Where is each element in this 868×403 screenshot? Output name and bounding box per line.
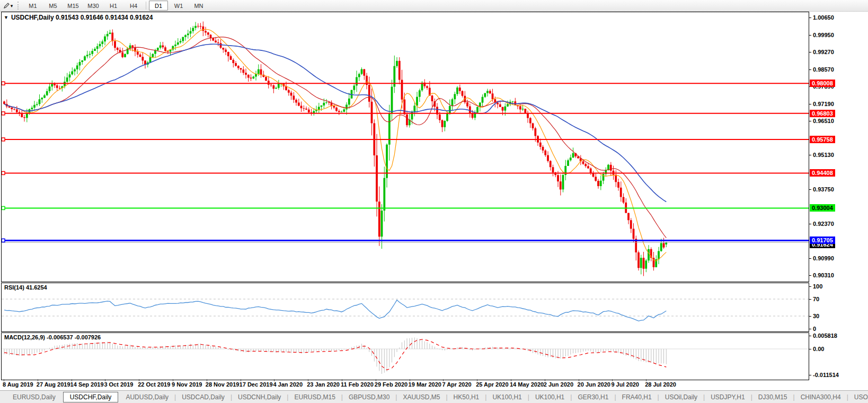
axis-tick [809, 329, 811, 329]
time-axis-date-label: 29 Feb 2020 [375, 381, 408, 388]
time-axis-date-label: 9 Nov 2019 [172, 381, 202, 388]
price-axis-tick-label: 0.92370 [813, 221, 834, 227]
macd-axis-tick-label: 0.005818 [813, 332, 837, 339]
price-axis-tick-label: 0.90990 [813, 255, 834, 261]
time-axis-date-label: 9 Jul 2020 [611, 381, 639, 388]
rsi-axis-tick-label: 30 [813, 313, 819, 319]
price-axis-tick-label: 0.97190 [813, 101, 834, 107]
axis-tick [809, 17, 811, 18]
axis-tick [809, 286, 811, 287]
axis-tick [809, 224, 811, 224]
rsi-axis-tick-label: 0 [813, 326, 816, 332]
axis-tick [809, 336, 811, 336]
time-axis-date-label: 4 Jan 2020 [273, 381, 303, 388]
axis-tick [809, 52, 811, 52]
price-axis-tick-label: 0.99270 [813, 49, 834, 55]
level-price-label: 0.93004 [810, 204, 835, 212]
level-price-label: 0.95758 [810, 136, 835, 143]
price-axis-tick-label: 0.93750 [813, 186, 834, 192]
time-axis-date-label: 17 Dec 2019 [240, 381, 273, 388]
macd-label: MACD(12,26,9) -0.006537 -0.007926 [4, 334, 101, 340]
price-axis-tick-label: 0.96510 [813, 118, 834, 124]
axis-tick [809, 349, 811, 349]
trading-platform-window: ▾ M1M5M15M30H1H4D1W1MN ▼ USDCHF,Daily 0.… [0, 0, 868, 403]
level-price-label: 0.91705 [810, 236, 835, 244]
chart-context-caret-icon[interactable]: ▼ [4, 15, 8, 20]
time-axis-date-label: 14 Sep 2019 [70, 381, 104, 388]
time-axis-date-label: 23 Jan 2020 [307, 381, 340, 388]
price-axis-tick-label: 0.95130 [813, 152, 834, 158]
axis-tick [809, 258, 811, 259]
rsi-label: RSI(14) 41.6254 [4, 284, 47, 291]
chart-title-text: USDCHF,Daily 0.91543 0.91646 0.91434 0.9… [11, 14, 153, 21]
axis-tick [809, 121, 811, 121]
time-axis-date-label: 7 Apr 2020 [442, 381, 471, 388]
axis-tick [809, 155, 811, 155]
chart-title: ▼ USDCHF,Daily 0.91543 0.91646 0.91434 0… [4, 14, 153, 21]
rsi-indicator [2, 299, 809, 321]
level-price-label: 0.98008 [810, 80, 835, 87]
time-axis-date-label: 28 Jul 2020 [645, 381, 676, 388]
candles [3, 22, 667, 276]
axis-tick [809, 69, 811, 70]
price-axis-tick-label: 0.90310 [813, 272, 834, 278]
time-axis-date-label: 2 Jun 2020 [544, 381, 573, 388]
time-axis-date-label: 14 May 2020 [510, 381, 544, 388]
axis-tick [809, 275, 811, 276]
time-axis-date-label: 20 Jun 2020 [578, 381, 610, 388]
time-axis-date-label: 28 Nov 2019 [206, 381, 240, 388]
moving-average-lines [4, 29, 666, 261]
macd-indicator [2, 337, 809, 374]
level-price-label: 0.96803 [810, 110, 835, 117]
time-axis-date-label: 11 Feb 2020 [341, 381, 374, 388]
time-axis-date-label: 8 Aug 2019 [3, 381, 33, 388]
time-axis-date-label: 19 Mar 2020 [409, 381, 441, 388]
axis-tick [809, 375, 811, 375]
rsi-axis-tick-label: 100 [813, 283, 822, 290]
macd-axis-tick-label: 0.00 [813, 346, 824, 352]
axis-tick [809, 189, 811, 190]
axis-tick [809, 316, 811, 317]
rsi-axis-tick-label: 70 [813, 296, 819, 302]
axis-tick [809, 299, 811, 300]
price-axis-tick-label: 0.98570 [813, 66, 834, 73]
axis-tick [809, 35, 811, 36]
time-axis-date-label: 22 Oct 2019 [138, 381, 170, 388]
price-axis-tick-label: 1.00650 [813, 14, 834, 21]
macd-axis-tick-label: -0.011514 [813, 372, 839, 378]
axis-tick [809, 104, 811, 104]
time-axis-date-label: 27 Aug 2019 [37, 381, 70, 388]
time-axis-date-label: 25 Apr 2020 [476, 381, 508, 388]
price-axis-tick-label: 0.99950 [813, 32, 834, 38]
time-axis-date-label: 3 Oct 2019 [104, 381, 133, 388]
level-price-label: 0.94408 [810, 169, 835, 177]
